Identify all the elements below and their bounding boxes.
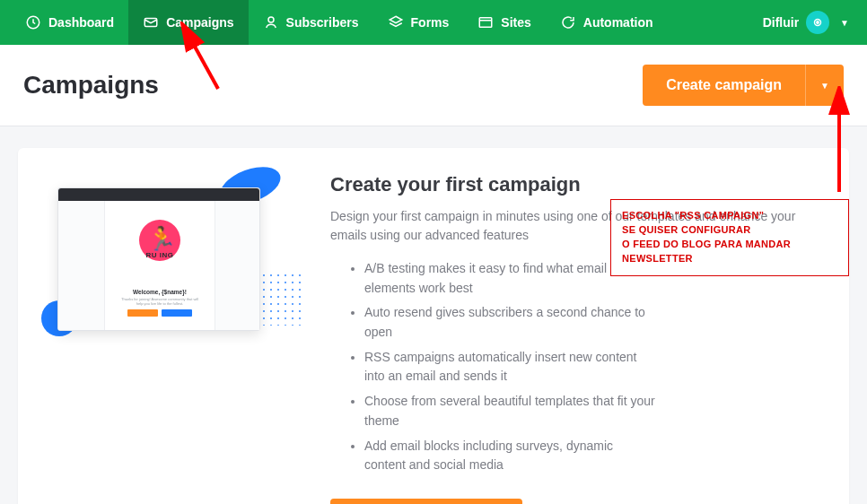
annotation-line: O FEED DO BLOG PARA MANDAR [622,238,837,252]
svg-point-5 [817,22,819,23]
feature-item: Choose from several beautiful templates … [364,392,819,430]
svg-rect-3 [480,18,493,28]
create-campaign-button[interactable]: Create campaign [643,65,805,106]
nav-forms-label: Forms [411,15,450,30]
person-icon [263,14,279,30]
mock-welcome-text: Welcome, {$name}! [109,289,211,295]
annotation-line: SE QUISER CONFIGURAR [622,223,837,238]
window-icon [477,14,494,30]
create-campaign-group: Create campaign ▼ [643,65,844,106]
annotation-callout: ESCOLHA "RSS CAMPAIGN" SE QUISER CONFIGU… [610,199,849,276]
refresh-icon [560,14,576,30]
svg-point-2 [268,17,274,22]
caret-down-icon: ▼ [820,81,829,91]
page-header: Campaigns Create campaign ▼ [0,45,867,126]
feature-item: Auto resend gives subscribers a second c… [364,303,819,342]
nav-sites[interactable]: Sites [463,0,545,45]
brand-logo-icon [806,11,829,34]
mock-running-text: RU ING [146,251,174,259]
page-title: Campaigns [23,71,159,100]
brand-menu[interactable]: Difluir ▼ [756,11,856,34]
clock-icon [25,14,41,30]
nav-subscribers-label: Subscribers [286,15,359,30]
card-illustration: 🏃 RU ING Welcome, {$name}! Thanks for jo… [48,173,300,504]
nav-dashboard[interactable]: Dashboard [11,0,128,45]
create-first-email-button[interactable]: Create your first email [330,499,522,504]
top-nav: Dashboard Campaigns Subscribers Forms Si… [0,0,867,45]
feature-item: RSS campaigns automatically insert new c… [364,348,819,387]
layers-icon [388,14,404,30]
nav-subscribers[interactable]: Subscribers [249,0,373,45]
nav-campaigns-label: Campaigns [166,15,233,30]
nav-automation-label: Automation [583,15,653,30]
nav-automation[interactable]: Automation [546,0,668,45]
nav-forms[interactable]: Forms [373,0,464,45]
card-title: Create your first campaign [330,173,819,196]
feature-list: A/B testing makes it easy to find what e… [330,259,819,475]
caret-down-icon: ▼ [840,18,849,28]
brand-name: Difluir [763,15,799,30]
feature-item: Add email blocks including surveys, dyna… [364,437,819,475]
envelope-icon [143,14,159,30]
nav-sites-label: Sites [501,15,530,30]
annotation-line: NEWSLETTER [622,252,837,266]
nav-campaigns[interactable]: Campaigns [128,0,248,45]
create-campaign-dropdown[interactable]: ▼ [805,65,844,106]
nav-dashboard-label: Dashboard [48,15,114,30]
annotation-line: ESCOLHA "RSS CAMPAIGN" [622,209,837,223]
